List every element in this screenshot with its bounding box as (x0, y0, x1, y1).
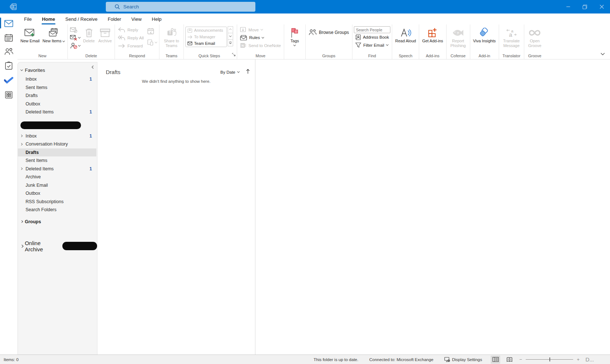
filter-email-button[interactable]: Filter Email (354, 41, 391, 49)
folder-groups[interactable]: Groups (18, 217, 97, 226)
group-label-teams: Teams (161, 53, 182, 59)
ribbon-group-addins: Get Add-ins Add-ins (419, 24, 446, 59)
folder-rss-subscriptions[interactable]: RSS Subscriptions (18, 198, 96, 206)
folder-search-folders[interactable]: Search Folders (18, 206, 96, 214)
search-input[interactable] (123, 4, 240, 9)
browse-groups-button[interactable]: Browse Groups (307, 28, 351, 36)
unread-count: 1 (89, 133, 92, 139)
tab-view[interactable]: View (126, 15, 147, 24)
block-sender-button[interactable] (69, 42, 81, 50)
report-phishing-button[interactable]: ? Report Phishing (448, 25, 468, 48)
online-archive[interactable]: Online Archive (18, 240, 97, 252)
zoom-in-button[interactable]: + (577, 357, 580, 362)
favorite-outbox[interactable]: Outbox (18, 100, 96, 108)
rail-calendar-button[interactable] (0, 32, 18, 43)
reply-button[interactable]: Reply (116, 26, 145, 34)
chevron-down-icon (237, 70, 240, 73)
folder-conversation-history[interactable]: Conversation History (18, 140, 96, 148)
display-settings-button[interactable]: Display Settings (444, 357, 482, 362)
folder-inbox[interactable]: Inbox1 (18, 132, 96, 140)
folder-pane: Favorites Inbox1 Sent Items Drafts Outbo… (18, 62, 97, 355)
chevron-right-icon[interactable] (20, 135, 26, 137)
folder-archive[interactable]: Archive (18, 173, 96, 181)
chevron-right-icon[interactable] (20, 168, 26, 170)
quick-step-announcements[interactable]: Announcements (186, 27, 227, 34)
group-label-cofense: Cofense (448, 53, 468, 59)
rail-tasks-button[interactable] (0, 61, 18, 71)
favorite-deleted-items[interactable]: Deleted Items1 (18, 108, 96, 116)
favorite-sent-items[interactable]: Sent Items (18, 84, 96, 92)
close-button[interactable] (593, 0, 610, 13)
fish-icon: ? (452, 27, 464, 39)
sort-direction-button[interactable] (246, 69, 250, 75)
quick-steps-more[interactable] (228, 39, 233, 46)
rail-more-apps-button[interactable] (0, 90, 18, 100)
quick-steps-dialog-launcher[interactable] (232, 51, 236, 58)
zoom-slider[interactable] (526, 359, 573, 360)
collapse-ribbon-button[interactable] (601, 50, 605, 57)
quick-steps-scroll-up[interactable] (228, 26, 233, 33)
folder-deleted-items[interactable]: Deleted Items1 (18, 165, 96, 173)
favorite-drafts[interactable]: Drafts (18, 92, 96, 100)
favorites-header[interactable]: Favorites (18, 62, 97, 75)
tab-file[interactable]: File (19, 15, 37, 24)
chevron-right-icon[interactable] (20, 143, 26, 145)
search-people-input[interactable] (354, 26, 390, 33)
zoom-control: − + (519, 357, 579, 362)
get-addins-button[interactable]: Get Add-ins (421, 25, 444, 43)
send-to-onenote-button[interactable]: N Send to OneNote (239, 42, 282, 49)
unread-count: 1 (89, 77, 92, 82)
onenote-icon: N (240, 43, 246, 48)
folder-sent-items[interactable]: Sent Items (18, 156, 96, 165)
archive-button[interactable]: Archive (97, 25, 113, 43)
rules-button[interactable]: Rules (239, 34, 282, 42)
quick-step-team-email[interactable]: Team Email (186, 40, 227, 47)
group-label-addins: Add-ins (421, 53, 444, 59)
reading-view-button[interactable] (505, 356, 514, 364)
folder-outbox[interactable]: Outbox (18, 189, 96, 198)
tab-help[interactable]: Help (147, 15, 167, 24)
quick-steps-scroll-down[interactable] (228, 33, 233, 40)
favorite-inbox[interactable]: Inbox1 (18, 75, 96, 84)
folder-junk-email[interactable]: Junk Email (18, 181, 96, 190)
rail-mail-button[interactable] (0, 18, 18, 28)
open-groove-button[interactable]: Open Groove (526, 25, 544, 48)
svg-text:?: ? (457, 31, 459, 35)
teams-icon: T (166, 27, 177, 39)
address-book-button[interactable]: Address Book (354, 33, 391, 41)
tab-folder[interactable]: Folder (103, 15, 126, 24)
forward-button[interactable]: Forward (116, 42, 145, 50)
new-items-button[interactable]: New Items (41, 25, 66, 43)
zoom-out-button[interactable]: − (519, 357, 522, 362)
clean-up-button[interactable] (69, 34, 81, 42)
share-to-teams-button[interactable]: T Share to Teams (161, 25, 182, 48)
search-bar[interactable] (106, 2, 255, 12)
reply-all-button[interactable]: Reply All (116, 34, 145, 42)
viva-insights-button[interactable]: Viva Insights (472, 25, 497, 43)
translate-message-button[interactable]: aa Translate Message (501, 25, 522, 48)
quick-step-to-manager[interactable]: To Manager (186, 34, 227, 40)
rail-people-button[interactable] (0, 46, 18, 57)
ignore-button[interactable] (69, 26, 81, 34)
collapse-folder-pane-button[interactable] (91, 65, 94, 70)
display-settings-icon (444, 357, 450, 362)
delete-button[interactable]: Delete (81, 25, 97, 43)
tab-home[interactable]: Home (37, 15, 60, 24)
sort-by-button[interactable]: By Date (220, 70, 239, 74)
folder-drafts-selected[interactable]: Drafts (18, 148, 96, 157)
minimize-button[interactable] (560, 0, 576, 13)
move-button[interactable]: Move (239, 26, 282, 34)
read-aloud-button[interactable]: Read Aloud (394, 25, 417, 43)
zoom-slider-thumb[interactable] (549, 357, 550, 361)
tags-button[interactable]: Tags (286, 25, 304, 46)
new-email-button[interactable]: New Email (19, 25, 41, 43)
normal-view-button[interactable] (491, 356, 500, 364)
more-respond-actions-button[interactable] (147, 38, 158, 47)
tab-send-receive[interactable]: Send / Receive (60, 15, 103, 24)
rail-todo-button[interactable] (0, 75, 18, 85)
account-name-redacted[interactable] (20, 121, 81, 129)
group-label-groups: Groups (307, 53, 351, 59)
new-items-icon (48, 27, 59, 39)
restore-button[interactable] (576, 0, 593, 13)
meeting-button[interactable] (147, 27, 158, 35)
